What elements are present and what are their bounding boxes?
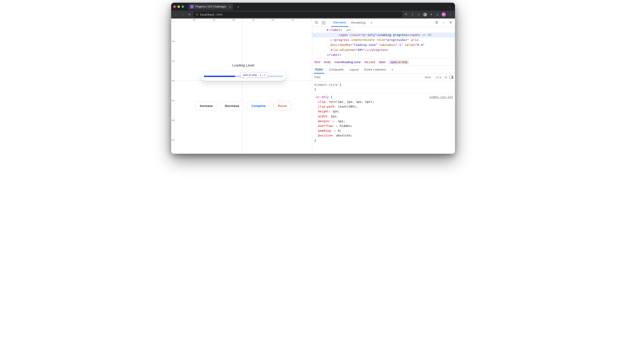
settings-gear-icon[interactable]: ⚙	[434, 20, 440, 25]
url-port: :3000	[214, 13, 222, 16]
browser-window: Progress | GUI Challenges ✕ ＋ ⌄ ← → ⟳ ⓘ …	[171, 3, 455, 154]
ruler-h-tick: 700	[310, 19, 312, 21]
rule-selector: .sr-only	[314, 95, 329, 99]
profile-avatar-icon[interactable]	[442, 13, 446, 17]
toolbar: ← → ⟳ ⓘ localhost:3000 ⇱ ⇧ ☆ ✦ ≡ ⋮	[171, 11, 455, 19]
decrease-button[interactable]: Decrease	[220, 102, 244, 110]
progress-fill	[204, 76, 236, 77]
toggle-panel-icon[interactable]	[450, 76, 453, 79]
address-bar[interactable]: ⓘ localhost:3000	[193, 12, 403, 18]
new-style-rule-button[interactable]: +	[443, 75, 449, 80]
tab-rendering[interactable]: Rendering	[349, 19, 368, 26]
forward-button[interactable]: →	[180, 13, 186, 17]
element-style-label: element.style	[314, 83, 338, 86]
crumb-main[interactable]: main#loading-zone	[334, 60, 361, 64]
ruler-horizontal: 100200300400500600700	[171, 19, 312, 22]
device-toggle-icon[interactable]	[320, 20, 327, 25]
ruler-v-tick: 600	[172, 139, 175, 141]
minimize-window-icon[interactable]	[178, 6, 180, 8]
reset-button[interactable]: Reset	[274, 102, 291, 110]
more-kebab-icon[interactable]: ⋮	[440, 20, 447, 25]
ruler-h-tick: 400	[251, 19, 256, 21]
dom-tag-label: label	[331, 28, 340, 32]
inspector-tooltip: span.sr-only 1 × 1	[240, 73, 268, 77]
devtools: Elements Rendering » ⚙ ⋮ ✕ ▼<label> grid…	[312, 19, 455, 154]
bookmark-icon[interactable]: ☆	[416, 13, 422, 17]
tab-title: Progress | GUI Challenges	[195, 5, 226, 8]
maximize-window-icon[interactable]	[182, 6, 184, 8]
extensions-puzzle-icon[interactable]: ✦	[428, 13, 434, 17]
page-content: Loading Level Increase Decrease Complete…	[174, 22, 312, 154]
button-row: Increase Decrease Complete Reset	[196, 102, 291, 110]
inspector-tooltip-dims: 1 × 1	[260, 74, 266, 76]
hov-toggle[interactable]: :hov	[422, 76, 432, 79]
dom-text: Loading progress	[379, 33, 408, 37]
window-controls	[173, 6, 184, 8]
ruler-h-tick: 500	[270, 19, 276, 21]
crumb-span-selected[interactable]: span.sr-only	[389, 60, 409, 64]
crumb-body[interactable]: body	[324, 60, 331, 64]
inspect-element-icon[interactable]	[314, 20, 320, 25]
back-button[interactable]: ←	[173, 13, 179, 17]
tab-styles[interactable]: Styles	[314, 66, 324, 74]
complete-button[interactable]: Complete	[247, 102, 270, 110]
ruler-v-tick: 400	[172, 99, 175, 102]
inspector-tooltip-class: .sr-only	[248, 74, 257, 76]
layout-badge-grid[interactable]: grid	[345, 28, 352, 32]
site-info-icon[interactable]: ⓘ	[196, 13, 198, 17]
devtools-tabs: Elements Rendering » ⚙ ⋮ ✕	[312, 19, 455, 27]
crumb-html[interactable]: html	[314, 60, 320, 64]
tab-computed[interactable]: Computed	[328, 66, 344, 73]
tab-layout[interactable]: Layout	[348, 66, 359, 73]
ruler-h-tick: 200	[212, 19, 216, 21]
tab-strip: Progress | GUI Challenges ✕ ＋ ⌄	[171, 3, 455, 11]
ruler-vertical: 100200300400500600	[171, 19, 174, 154]
styles-overflow-icon[interactable]: »	[391, 66, 394, 73]
rule-source-link[interactable]: index.css:111	[430, 95, 453, 99]
ruler-v-tick: 500	[172, 119, 175, 121]
ruler-v-tick: 100	[172, 40, 175, 42]
dom-selected-marker: == $0	[420, 33, 431, 37]
tab-overflow-icon[interactable]: »	[368, 19, 374, 26]
cls-toggle[interactable]: .cls	[432, 76, 443, 79]
dom-breadcrumbs[interactable]: html body main#loading-zone div.card lab…	[312, 58, 455, 66]
install-app-icon[interactable]: ⇱	[404, 13, 409, 17]
increase-button[interactable]: Increase	[196, 102, 217, 110]
crumb-div[interactable]: div.card	[364, 60, 375, 64]
close-window-icon[interactable]	[173, 6, 176, 8]
extension-icon[interactable]	[423, 13, 427, 17]
tab-elements[interactable]: Elements	[331, 19, 348, 27]
reading-list-icon[interactable]: ≡	[435, 13, 440, 17]
progress-label: Loading Level	[232, 63, 254, 68]
close-tab-icon[interactable]: ✕	[229, 5, 231, 8]
url-host: localhost	[200, 13, 214, 16]
styles-filter-input[interactable]	[314, 75, 422, 79]
viewport: 100200300400500600 100200300400500600700…	[171, 19, 312, 154]
browser-tab[interactable]: Progress | GUI Challenges ✕	[188, 4, 233, 10]
styles-pane[interactable]: element.style { } index.css:111 .sr-only…	[312, 81, 455, 154]
dom-tag-span: span	[340, 33, 348, 37]
styles-filter-row: :hov .cls +	[312, 74, 455, 81]
dom-tree[interactable]: ▼<label> grid <span class="sr-only">Load…	[312, 27, 455, 58]
styles-tabs: Styles Computed Layout Event Listeners »	[312, 66, 455, 74]
reload-button[interactable]: ⟳	[186, 13, 192, 17]
ruler-h-tick: 100	[192, 19, 197, 21]
ruler-h-tick: 300	[231, 19, 236, 21]
inspector-tooltip-tag: span	[243, 74, 248, 76]
ruler-v-tick: 200	[172, 60, 175, 62]
ruler-h-tick: 600	[290, 19, 295, 21]
menu-kebab-icon[interactable]: ⋮	[448, 13, 453, 17]
close-devtools-icon[interactable]: ✕	[448, 20, 454, 25]
crumb-label[interactable]: label	[379, 60, 386, 64]
tab-event-listeners[interactable]: Event Listeners	[364, 66, 386, 73]
svg-rect-1	[324, 22, 325, 24]
dom-tag-progress: progress	[335, 38, 350, 42]
new-tab-button[interactable]: ＋	[235, 4, 241, 9]
share-icon[interactable]: ⇧	[410, 13, 415, 17]
tab-overflow-icon[interactable]: ⌄	[446, 5, 453, 8]
favicon-icon	[190, 5, 194, 8]
